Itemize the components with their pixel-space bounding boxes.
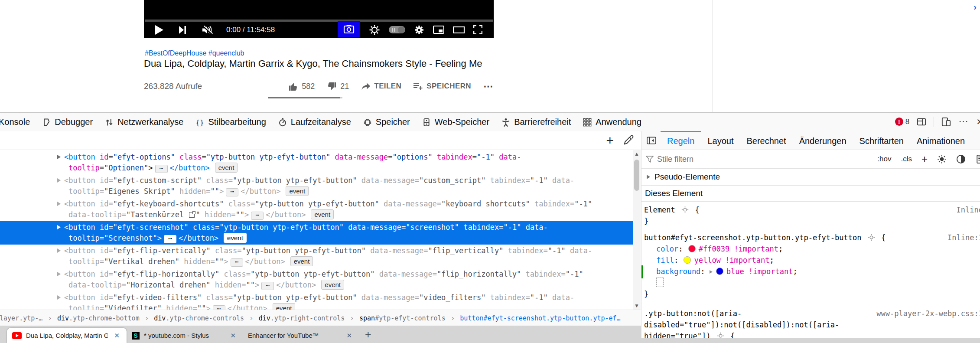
css-declaration[interactable]: background: blue !important; xyxy=(641,266,980,277)
devtools-tab-anwendung[interactable]: Anwendung xyxy=(577,113,648,131)
devtools-tab-speicher[interactable]: Speicher xyxy=(357,113,416,131)
inline-expander[interactable]: ⋯ xyxy=(261,282,274,290)
event-badge[interactable]: event xyxy=(311,209,334,219)
play-icon[interactable] xyxy=(155,25,163,35)
highlight-selector-icon[interactable] xyxy=(715,332,726,338)
color-swatch[interactable] xyxy=(688,245,696,252)
event-badge[interactable]: event xyxy=(286,186,309,196)
scroll-down-arrow[interactable]: ▼ xyxy=(633,303,640,309)
save-button[interactable]: SPEICHERN xyxy=(413,82,471,91)
inline-expander[interactable]: ⋯ xyxy=(164,235,176,243)
event-badge[interactable]: event xyxy=(321,280,344,290)
filter-input[interactable]: Stile filtern xyxy=(657,155,693,164)
toggle-classes-button[interactable]: .cls xyxy=(901,155,912,163)
theater-icon[interactable] xyxy=(453,26,465,33)
expand-arrow-icon[interactable] xyxy=(57,225,61,229)
devtools-tab-konsole[interactable]: Konsole xyxy=(0,113,36,131)
miniplayer-icon[interactable] xyxy=(433,26,444,34)
mute-icon[interactable] xyxy=(202,26,213,34)
new-declaration-input[interactable] xyxy=(656,278,664,287)
add-node-button[interactable]: + xyxy=(606,133,614,148)
tab-animationen[interactable]: Animationen xyxy=(910,131,971,150)
error-count-badge[interactable]: ! 8 xyxy=(895,118,909,126)
breadcrumb-item[interactable]: div.ytp-chrome-bottom xyxy=(57,314,140,322)
markup-row-efyt-custom-script[interactable]: <button id="efyt-custom-script" class="y… xyxy=(0,174,633,198)
dark-theme-icon[interactable] xyxy=(956,154,966,164)
devtools-tab-stilbearbeitung[interactable]: {}Stilbearbeitung xyxy=(189,113,272,131)
expand-arrow-icon[interactable] xyxy=(57,202,61,206)
expand-arrow-icon[interactable] xyxy=(57,155,61,159)
browser-tab[interactable]: Enhancer for YouTube™✕ xyxy=(243,328,359,343)
tab-schriftarten[interactable]: Schriftarten xyxy=(853,131,910,150)
devtools-tab-barrierefreiheit[interactable]: Barrierefreiheit xyxy=(495,113,577,131)
markup-row-efyt-flip-vertically[interactable]: <button id="efyt-flip-vertically" class=… xyxy=(0,245,633,268)
devtools-tab-web-speicher[interactable]: Web-Speicher xyxy=(416,113,495,131)
inline-expander[interactable]: ⋯ xyxy=(213,305,225,310)
expander-icon[interactable] xyxy=(710,270,713,274)
enhancer-toggle[interactable] xyxy=(389,26,405,33)
enhancer-gear-icon[interactable] xyxy=(369,24,380,36)
add-rule-button[interactable]: + xyxy=(921,153,928,165)
video-player[interactable]: 0:00 / 11:54:58 xyxy=(144,0,494,38)
eyedropper-icon[interactable] xyxy=(623,135,634,145)
markup-row-efyt-video-filters[interactable]: <button id="efyt-video-filters" class="y… xyxy=(0,291,633,310)
scrollbar-thumb[interactable] xyxy=(634,160,639,191)
devtools-tab-netzwerkanalyse[interactable]: Netzwerkanalyse xyxy=(99,113,189,131)
breadcrumb-item[interactable]: div.ytp-chrome-controls xyxy=(154,314,244,322)
settings-gear-icon[interactable] xyxy=(414,25,424,35)
breadcrumb-scroll-icon[interactable]: › xyxy=(973,2,977,12)
new-tab-button[interactable]: + xyxy=(365,328,371,341)
screenshot-camera-button[interactable] xyxy=(338,21,360,37)
event-badge[interactable]: event xyxy=(224,233,247,243)
more-actions-button[interactable]: ⋯ xyxy=(483,81,494,92)
share-button[interactable]: TEILEN xyxy=(361,82,401,91)
tab-änderungen[interactable]: Änderungen xyxy=(793,131,853,150)
light-theme-icon[interactable] xyxy=(937,154,947,164)
stylesheet-link[interactable]: Inline xyxy=(957,204,980,216)
inline-expander[interactable]: ⋯ xyxy=(251,212,264,220)
collapse-sidebar-icon[interactable] xyxy=(647,137,656,144)
breadcrumb-item[interactable]: div.ytp-right-controls xyxy=(259,314,345,322)
browser-tab[interactable]: Dua Lipa, Coldplay, Martin Gar✕ xyxy=(7,328,127,343)
expand-arrow-icon[interactable] xyxy=(57,295,61,300)
tab-close-icon[interactable]: ✕ xyxy=(228,332,238,340)
event-badge[interactable]: event xyxy=(215,163,238,173)
color-swatch[interactable] xyxy=(716,268,723,275)
markup-row-efyt-options[interactable]: <button id="efyt-options" class="ytp-but… xyxy=(0,151,633,174)
tab-layout[interactable]: Layout xyxy=(701,131,740,150)
tab-regeln[interactable]: Regeln xyxy=(661,131,701,150)
next-icon[interactable] xyxy=(179,26,186,34)
stylesheet-link[interactable]: Inline:1 xyxy=(947,232,980,243)
video-hashtags[interactable]: #BestOfDeepHouse #queenclub xyxy=(145,49,244,57)
tab-close-icon[interactable]: ✕ xyxy=(345,332,354,340)
responsive-design-icon[interactable] xyxy=(941,117,951,127)
devtools-close-icon[interactable]: ✕ xyxy=(976,117,980,127)
markup-row-efyt-screenshot[interactable]: <button id="efyt-screenshot" class="ytp-… xyxy=(0,221,633,245)
inline-expander[interactable]: ⋯ xyxy=(155,165,168,173)
split-console-icon[interactable] xyxy=(917,118,926,126)
devtools-tab-debugger[interactable]: Debugger xyxy=(36,113,99,131)
pseudo-elements-section[interactable]: Pseudo-Elemente xyxy=(641,169,980,186)
highlight-selector-icon[interactable] xyxy=(866,233,877,242)
markup-row-efyt-keyboard-shortcuts[interactable]: <button id="efyt-keyboard-shortcuts" cla… xyxy=(0,198,633,221)
color-swatch[interactable] xyxy=(684,256,691,264)
breadcrumb-item[interactable]: button#efyt-screenshot.ytp-button.ytp-ef… xyxy=(460,314,620,322)
toggle-hover-button[interactable]: :hov xyxy=(877,155,891,163)
highlight-selector-icon[interactable] xyxy=(680,206,690,214)
scroll-up-arrow[interactable]: ▲ xyxy=(633,151,640,157)
inline-expander[interactable]: ⋯ xyxy=(231,258,243,267)
browser-tab[interactable]: S* youtube.com - Stylus✕ xyxy=(127,328,243,343)
expand-arrow-icon[interactable] xyxy=(57,178,61,183)
expand-arrow-icon[interactable] xyxy=(57,272,61,276)
breadcrumb-item[interactable]: player.ytp-… xyxy=(0,314,42,322)
devtools-tab-laufzeitanalyse[interactable]: Laufzeitanalyse xyxy=(272,113,357,131)
markup-row-efyt-flip-horizontally[interactable]: <button id="efyt-flip-horizontally" clas… xyxy=(0,268,633,291)
devtools-menu-icon[interactable]: ⋯ xyxy=(958,116,969,127)
expand-arrow-icon[interactable] xyxy=(57,248,61,253)
tab-close-icon[interactable]: ✕ xyxy=(112,332,121,340)
css-declaration[interactable]: fill: yellow !important; xyxy=(641,255,980,266)
breadcrumb-item[interactable]: span#ytp-efyt-controls xyxy=(359,314,446,322)
event-badge[interactable]: event xyxy=(290,256,313,266)
fullscreen-icon[interactable] xyxy=(473,25,482,34)
event-badge[interactable]: event xyxy=(273,303,296,310)
